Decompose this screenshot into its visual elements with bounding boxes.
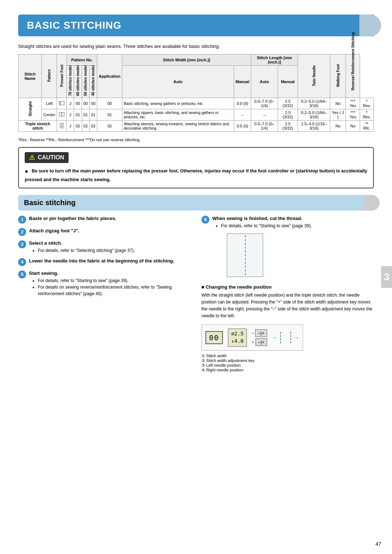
table-row: Straight Left J 00 00 00 00 Basic stitch… (19, 98, 374, 109)
stitch-table: Stitch Name Pattern Presser Foot Pattern… (18, 54, 374, 132)
step-2-number: 2 (18, 228, 26, 236)
step-2: 2 Attach zigzag foot "J". (18, 228, 191, 236)
col-presser-foot: Presser Foot (57, 54, 67, 98)
svg-rect-0 (59, 101, 64, 105)
step-5-number: 5 (18, 270, 26, 278)
col-reverse: Reverse/ Reinforcement Stitching (346, 54, 360, 98)
step-2-content: Attach zigzag foot "J". (29, 228, 191, 233)
label-4: ④ Right needle position (201, 368, 374, 372)
warning-icon: ⚠ (29, 154, 35, 162)
machine-diagram-area: 00 ⌀2.5 ↓4.0 – –|+ + –|+ (201, 325, 374, 372)
label-1: ① Stitch width (201, 354, 374, 358)
page-title: BASIC STITCHING (27, 20, 122, 31)
step-2-title: Attach zigzag foot "J". (29, 228, 191, 233)
step-4-number: 4 (18, 258, 26, 266)
step-5-bullet-2: For details on sewing reverse/reinforcem… (38, 284, 191, 297)
fabric-diagram (227, 233, 263, 277)
col-pattern: Pattern (42, 54, 57, 98)
step-3-bullet-1: For details, refer to "Selecting stitchi… (38, 247, 191, 254)
col-40: 40 stitches model (89, 66, 97, 98)
col-stitch-width: Stitch Width [mm (inch.)] (122, 54, 251, 66)
label-3: ③ Left needle position (201, 363, 374, 368)
stitch-values: ⌀2.5 ↓4.0 (228, 329, 247, 346)
step-6-number: 6 (201, 216, 209, 224)
step-6-content: When sewing is finished, cut the thread.… (212, 216, 374, 229)
arrow-right-icon: → (293, 334, 299, 341)
stitch-left-foot: J (67, 98, 74, 109)
step-1-content: Baste or pin together the fabric pieces. (29, 216, 191, 221)
changing-needle-text: With the straight stitch (left needle po… (201, 292, 374, 320)
col-pattern-no: Pattern No. (67, 54, 97, 66)
page-header: BASIC STITCHING (18, 15, 374, 36)
table-row: Center J 01 01 01 01 Attaching zippers, … (19, 109, 374, 121)
col-60: 60 stitches model (74, 66, 82, 98)
col-sl-manual: Manual (278, 66, 298, 98)
control-buttons: – –|+ + –|+ (252, 329, 267, 346)
step-3-title: Select a stitch. (29, 240, 191, 246)
right-needle-line (290, 332, 291, 343)
group-straight: Straight (19, 98, 42, 121)
step-3-bullets: For details, refer to "Selecting stitchi… (33, 247, 191, 254)
step-5-bullets: For details, refer to "Starting to sew" … (33, 277, 191, 297)
col-sw-manual: Manual (234, 66, 251, 98)
steps-left: 1 Baste or pin together the fabric piece… (18, 216, 191, 372)
left-needle-line (280, 332, 281, 343)
dashed-line (245, 235, 246, 275)
changing-needle-section: Changing the needle position With the st… (201, 284, 374, 320)
label-2: ② Stitch width adjustment key (201, 358, 374, 363)
table-footnotes: *Rev.: Reverse **Rfc.: Reinforcement ***… (18, 138, 374, 142)
step-6: 6 When sewing is finished, cut the threa… (201, 216, 374, 229)
col-stitch-length: Stitch Length [mm (inch.)] (251, 54, 298, 66)
step-5-title: Start sewing. (29, 270, 191, 276)
step-4: 4 Lower the needle into the fabric at th… (18, 258, 191, 266)
col-stitch-name: Stitch Name (19, 54, 42, 98)
col-sw-auto: Auto (122, 66, 234, 98)
step-6-title: When sewing is finished, cut the thread. (212, 216, 374, 221)
step-6-bullet-1: For details, refer to "Starting to sew" … (221, 223, 374, 229)
arrow-left-icon: ← (272, 334, 278, 341)
two-col-layout: 1 Baste or pin together the fabric piece… (18, 216, 374, 372)
step-5-content: Start sewing. For details, refer to "Sta… (29, 270, 191, 297)
step-5: 5 Start sewing. For details, refer to "S… (18, 270, 191, 297)
intro-text: Straight stitches are used for sewing pl… (18, 44, 374, 49)
lcd-display-group: 00 (205, 331, 223, 344)
step-1-number: 1 (18, 216, 26, 224)
step-1: 1 Baste or pin together the fabric piece… (18, 216, 191, 224)
stitch-triple-name: Triple stretch stitch (19, 121, 57, 132)
step-4-content: Lower the needle into the fabric at the … (29, 258, 191, 264)
step-1-title: Baste or pin together the fabric pieces. (29, 216, 191, 221)
col-70: 70 stitches model (67, 66, 74, 98)
step-3-content: Select a stitch. For details, refer to "… (29, 240, 191, 254)
chapter-tab: 3 (381, 266, 392, 288)
caution-title: ⚠ CAUTION (25, 152, 69, 163)
caution-text: ● Be sure to turn off the main power bef… (25, 167, 367, 183)
steps-right: 6 When sewing is finished, cut the threa… (201, 216, 374, 372)
plus-icon: + (252, 340, 254, 344)
col-50: 50 stitches model (82, 66, 89, 98)
section-title: Basic stitching (24, 199, 75, 207)
col-application: Application (97, 54, 122, 98)
stitch-center-name: Center (42, 109, 57, 121)
step-5-bullet-1: For details, refer to "Starting to sew" … (38, 277, 191, 284)
step-3-number: 3 (18, 240, 26, 248)
minus-plus-key-top[interactable]: –|+ (255, 329, 267, 337)
step-4-title: Lower the needle into the fabric at the … (29, 258, 191, 264)
stitch-left-name: Left (42, 98, 57, 109)
step-6-bullets: For details, refer to "Starting to sew" … (216, 223, 374, 229)
page-number: 47 (375, 541, 381, 547)
minus-plus-key-bottom[interactable]: –|+ (256, 338, 267, 346)
needle-positions: ← → (272, 332, 299, 343)
step-3: 3 Select a stitch. For details, refer to… (18, 240, 191, 254)
col-walking-foot: Walking Foot (330, 54, 346, 98)
changing-needle-title: Changing the needle position (201, 284, 374, 290)
caution-box: ⚠ CAUTION ● Be sure to turn off the main… (18, 147, 374, 188)
stitch-center-icon (57, 109, 67, 121)
col-sl-auto: Auto (251, 66, 278, 98)
diagram-labels: ① Stitch width ② Stitch width adjustment… (201, 354, 374, 372)
col-twin-needle: Twin Needle (298, 54, 330, 98)
table-row: Triple stretch stitch J 02 02 02 02 Atta… (19, 121, 374, 132)
stitch-left-icon (57, 98, 67, 109)
minus-icon: – (252, 331, 254, 335)
section-header: Basic stitching (18, 195, 374, 211)
stitch-triple-icon (57, 121, 67, 132)
